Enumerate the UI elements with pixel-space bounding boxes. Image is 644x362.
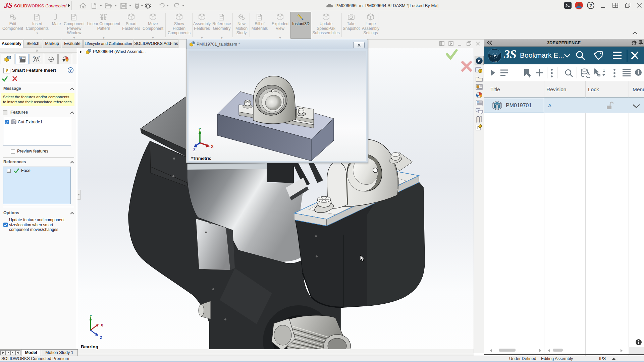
- svg-text:?: ?: [69, 68, 72, 73]
- svg-text:V+R: V+R: [493, 60, 497, 62]
- svg-text:?: ?: [589, 3, 592, 8]
- svg-text:Y: Y: [90, 314, 92, 318]
- svg-text:1: 1: [603, 68, 605, 73]
- svg-text:Z: Z: [100, 336, 102, 340]
- svg-text:3D: 3D: [490, 55, 492, 57]
- svg-text:X: X: [101, 323, 103, 327]
